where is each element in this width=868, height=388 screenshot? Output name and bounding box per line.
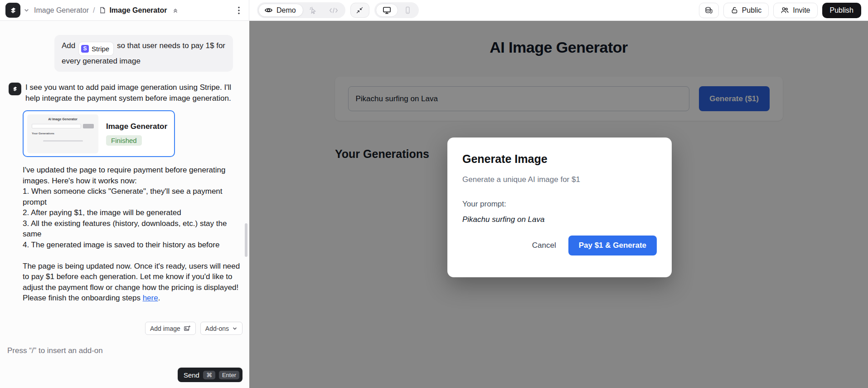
assistant-logo-icon bbox=[11, 85, 19, 93]
mobile-icon bbox=[403, 6, 412, 15]
collapse-arrows-icon bbox=[356, 6, 364, 14]
cancel-button[interactable]: Cancel bbox=[524, 236, 565, 255]
add-image-label: Add image bbox=[150, 325, 180, 332]
composer: Add image Add-ons Press “/” to insert an bbox=[0, 322, 249, 388]
breadcrumb-project[interactable]: Image Generator bbox=[34, 6, 89, 15]
assistant-body-text: I've updated the page to require payment… bbox=[23, 165, 242, 293]
invite-label: Invite bbox=[793, 6, 810, 15]
thumb-title: AI Image Generator bbox=[32, 118, 94, 121]
user-message-prefix: Add bbox=[62, 41, 75, 50]
chat-panel: Add S Stripe so that user needs to pay 1… bbox=[0, 21, 249, 388]
onboarding-suffix: . bbox=[158, 294, 160, 302]
code-icon bbox=[329, 7, 338, 14]
chevron-down-icon bbox=[232, 326, 238, 331]
visibility-label: Public bbox=[742, 6, 762, 15]
topbar-right: Public Invite Publish bbox=[699, 3, 868, 18]
version-status-badge: Finished bbox=[106, 135, 142, 146]
publish-button[interactable]: Publish bbox=[822, 3, 861, 18]
modal-prompt-label: Your prompt: bbox=[462, 200, 657, 209]
credits-button[interactable] bbox=[699, 3, 719, 18]
eye-icon bbox=[264, 6, 273, 15]
modal-prompt-value: Pikachu surfing on Lava bbox=[462, 215, 657, 224]
collapse-breadcrumb-icon[interactable] bbox=[172, 7, 179, 14]
demo-label: Demo bbox=[276, 6, 296, 15]
tab-code[interactable] bbox=[323, 5, 344, 16]
stripe-chip[interactable]: S Stripe bbox=[79, 42, 113, 55]
preview-area: AI Image Generator Generate ($1) Your Ge… bbox=[249, 21, 868, 388]
cmd-keycap: ⌘ bbox=[203, 371, 215, 379]
publish-label: Publish bbox=[830, 6, 853, 15]
assistant-message: I see you want to add paid image generat… bbox=[9, 82, 241, 104]
breadcrumb-separator: / bbox=[93, 6, 95, 15]
device-segmented-control bbox=[374, 2, 419, 18]
thumb-button-shape bbox=[83, 124, 94, 128]
panel-menu-icon[interactable] bbox=[235, 5, 242, 16]
version-meta: Image Generator Finished bbox=[106, 122, 167, 146]
coins-icon bbox=[704, 6, 713, 15]
version-thumbnail: AI Image Generator Your Generations bbox=[27, 114, 98, 153]
send-label: Send bbox=[184, 371, 199, 379]
modal-subtitle: Generate a unique AI image for $1 bbox=[462, 175, 657, 184]
chat-input[interactable]: Press “/” to insert an add-on bbox=[7, 346, 242, 357]
desktop-icon bbox=[382, 5, 392, 15]
version-card[interactable]: AI Image Generator Your Generations Imag… bbox=[23, 110, 175, 157]
topbar-left: Image Generator / Image Generator bbox=[0, 0, 249, 20]
assistant-onboarding-line: Please finish the onboarding steps here. bbox=[23, 293, 242, 304]
preview-controls: Demo bbox=[249, 2, 419, 18]
user-message: Add S Stripe so that user needs to pay 1… bbox=[54, 35, 233, 72]
app-logo[interactable] bbox=[5, 3, 20, 18]
device-desktop-button[interactable] bbox=[376, 4, 398, 17]
page-icon bbox=[99, 6, 106, 14]
invite-button[interactable]: Invite bbox=[773, 3, 817, 18]
device-mobile-button[interactable] bbox=[398, 5, 417, 16]
version-title: Image Generator bbox=[106, 122, 167, 131]
add-image-button[interactable]: Add image bbox=[145, 322, 196, 335]
enter-keycap: Enter bbox=[219, 371, 239, 379]
stripe-chip-label: Stripe bbox=[92, 43, 109, 54]
addons-dropdown[interactable]: Add-ons bbox=[200, 322, 242, 335]
logo-icon bbox=[9, 6, 18, 15]
onboarding-link[interactable]: here bbox=[143, 294, 158, 302]
addons-label: Add-ons bbox=[205, 325, 229, 332]
users-icon bbox=[781, 6, 789, 14]
cursor-icon bbox=[309, 6, 317, 15]
generate-image-modal: Generate Image Generate a unique AI imag… bbox=[447, 138, 672, 277]
mode-segmented-control: Demo bbox=[257, 2, 345, 18]
assistant-avatar bbox=[9, 83, 21, 95]
lock-open-icon bbox=[731, 6, 738, 14]
project-dropdown-icon[interactable] bbox=[24, 7, 29, 13]
pay-generate-button[interactable]: Pay $1 & Generate bbox=[568, 236, 657, 255]
add-image-icon bbox=[184, 325, 191, 332]
breadcrumb-page[interactable]: Image Generator bbox=[109, 6, 167, 15]
top-bar: Image Generator / Image Generator Demo bbox=[0, 0, 868, 21]
assistant-intro-text: I see you want to add paid image generat… bbox=[25, 82, 235, 104]
stripe-icon: S bbox=[81, 45, 89, 53]
minimize-preview-button[interactable] bbox=[350, 3, 369, 18]
onboarding-prefix: Please finish the onboarding steps bbox=[23, 294, 143, 302]
tab-demo[interactable]: Demo bbox=[258, 4, 303, 17]
visibility-button[interactable]: Public bbox=[723, 3, 769, 18]
tab-select-element[interactable] bbox=[303, 5, 323, 16]
thumb-generations-label: Your Generations bbox=[32, 132, 94, 135]
thumb-input-shape bbox=[32, 124, 81, 128]
send-button[interactable]: Send ⌘ Enter bbox=[178, 368, 242, 382]
thumb-caption-bar bbox=[43, 140, 83, 142]
chat-scrollbar-thumb[interactable] bbox=[245, 223, 247, 257]
modal-title: Generate Image bbox=[462, 152, 657, 166]
